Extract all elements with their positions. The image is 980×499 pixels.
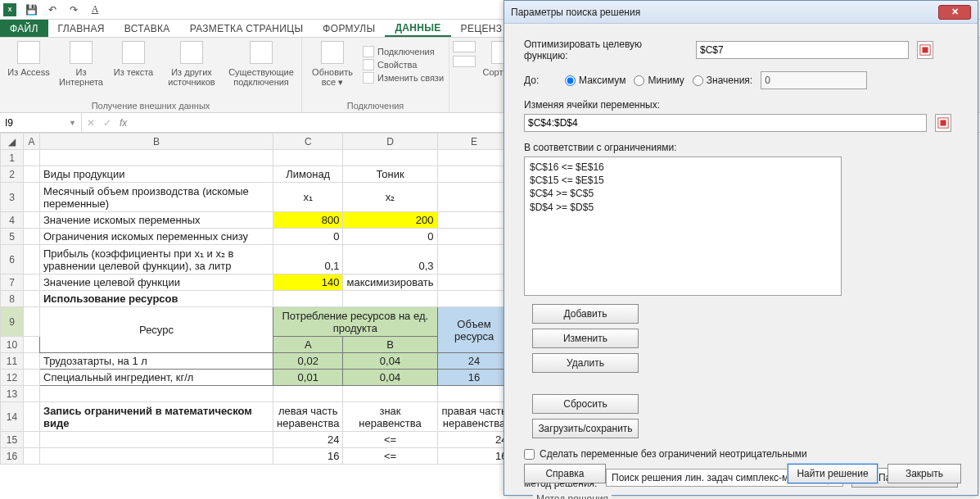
connections-button[interactable]: Подключения [363, 45, 444, 58]
tab-file[interactable]: ФАЙЛ [0, 20, 48, 37]
row-13[interactable]: 13 [1, 386, 24, 402]
cell-B7[interactable]: Значение целевой функции [40, 274, 273, 291]
edit-links-button[interactable]: Изменить связи [363, 71, 444, 84]
cell-B12[interactable]: Специальный ингредиент, кг/л [40, 370, 273, 386]
from-access-button[interactable]: Из Access [5, 41, 52, 87]
name-box-dropdown-icon[interactable]: ▼ [69, 119, 76, 127]
redo-icon[interactable]: ↷ [67, 3, 80, 16]
row-4[interactable]: 4 [1, 212, 24, 229]
row-15[interactable]: 15 [1, 432, 24, 448]
close-button[interactable]: ✕ [938, 5, 971, 20]
cell-C10[interactable]: A [273, 337, 343, 353]
cell-C6[interactable]: 0,1 [273, 245, 343, 274]
font-icon[interactable]: A [88, 3, 102, 16]
existing-conn-button[interactable]: Существующие подключения [226, 41, 296, 87]
cell-E12[interactable]: 16 [437, 370, 511, 386]
cell-C15[interactable]: 24 [273, 432, 343, 448]
cell-D16[interactable]: <= [343, 448, 437, 465]
cell-C11[interactable]: 0,02 [273, 353, 343, 370]
row-16[interactable]: 16 [1, 448, 24, 465]
cell-D2[interactable]: Тоник [343, 166, 437, 183]
nonneg-checkbox[interactable]: Сделать переменные без ограничений неотр… [524, 448, 961, 460]
sort-az-button[interactable] [454, 41, 474, 77]
row-11[interactable]: 11 [1, 353, 24, 370]
vars-input[interactable] [524, 114, 927, 132]
cell-E16[interactable]: 16 [437, 448, 511, 465]
objective-ref-button[interactable] [917, 41, 933, 59]
cell-CD9[interactable]: Потребление ресурсов на ед. продукта [273, 307, 438, 337]
from-other-button[interactable]: Из других источников [162, 41, 221, 87]
col-D[interactable]: D [343, 134, 437, 150]
vars-ref-button[interactable] [935, 114, 951, 132]
col-B[interactable]: B [40, 134, 273, 150]
delete-button[interactable]: Удалить [532, 353, 639, 373]
cell-B11[interactable]: Трудозатарты, на 1 л [40, 353, 273, 370]
row-1[interactable]: 1 [1, 150, 24, 166]
cell-C2[interactable]: Лимонад [273, 166, 343, 183]
reset-button[interactable]: Сбросить [532, 394, 639, 414]
cell-C4[interactable]: 800 [273, 212, 343, 229]
cell-B3[interactable]: Месячный объем производства (искомые пер… [40, 183, 273, 212]
cell-D11[interactable]: 0,04 [343, 353, 437, 370]
close-dialog-button[interactable]: Закрыть [887, 464, 961, 483]
constraint-item[interactable]: $C$4 >= $C$5 [530, 187, 836, 200]
cell-B8[interactable]: Использование ресурсов [40, 291, 273, 307]
row-6[interactable]: 6 [1, 245, 24, 274]
constraint-item[interactable]: $C$16 <= $E$16 [530, 161, 836, 174]
col-A[interactable]: A [24, 134, 40, 150]
tab-layout[interactable]: РАЗМЕТКА СТРАНИЦЫ [180, 20, 314, 37]
cell-D4[interactable]: 200 [343, 212, 437, 229]
change-button[interactable]: Изменить [532, 329, 639, 348]
cancel-icon[interactable]: ✕ [87, 117, 95, 129]
cell-E9[interactable]: Объем ресурса [437, 307, 511, 353]
constraint-item[interactable]: $C$15 <= $E$15 [530, 174, 836, 187]
cell-D14[interactable]: знак неравенства [343, 402, 437, 432]
select-all[interactable]: ◢ [1, 134, 24, 150]
save-icon[interactable]: 💾 [25, 3, 38, 16]
row-14[interactable]: 14 [1, 402, 24, 432]
cell-D3[interactable]: x₂ [343, 183, 437, 212]
fx-icon[interactable]: fx [120, 117, 127, 129]
radio-min[interactable]: Миниму [634, 75, 684, 86]
cell-B2[interactable]: Виды продукции [40, 166, 273, 183]
add-button[interactable]: Добавить [532, 304, 639, 324]
cell-B14[interactable]: Запись ограничений в математическом виде [40, 402, 273, 432]
radio-max[interactable]: Максимум [565, 75, 625, 86]
cell-B6[interactable]: Прибыль (коэффициенты при x₁ и x₂ в урав… [40, 245, 273, 274]
col-C[interactable]: C [273, 134, 343, 150]
solve-button[interactable]: Найти решение [788, 464, 878, 483]
name-box[interactable]: I9▼ [0, 113, 82, 132]
cell-C3[interactable]: x₁ [273, 183, 343, 212]
properties-button[interactable]: Свойства [363, 58, 444, 71]
cell-D6[interactable]: 0,3 [343, 245, 437, 274]
tab-review[interactable]: РЕЦЕНЗ [451, 20, 513, 37]
col-E[interactable]: E [437, 134, 511, 150]
undo-icon[interactable]: ↶ [46, 3, 59, 16]
objective-input[interactable] [696, 41, 909, 59]
cell-C16[interactable]: 16 [273, 448, 343, 465]
row-2[interactable]: 2 [1, 166, 24, 183]
cell-D10[interactable]: B [343, 337, 437, 353]
tab-insert[interactable]: ВСТАВКА [115, 20, 180, 37]
row-7[interactable]: 7 [1, 274, 24, 291]
constraints-list[interactable]: $C$16 <= $E$16 $C$15 <= $E$15 $C$4 >= $C… [524, 157, 842, 296]
row-9[interactable]: 9 [1, 307, 24, 337]
cell-C14[interactable]: левая часть неравенства [273, 402, 343, 432]
row-3[interactable]: 3 [1, 183, 24, 212]
cell-C7[interactable]: 140 [273, 274, 343, 291]
refresh-all-button[interactable]: Обновить все ▾ [307, 41, 358, 88]
cell-E11[interactable]: 24 [437, 353, 511, 370]
tab-home[interactable]: ГЛАВНАЯ [48, 20, 115, 37]
from-text-button[interactable]: Из текста [110, 41, 157, 87]
row-5[interactable]: 5 [1, 229, 24, 245]
dialog-titlebar[interactable]: Параметры поиска решения ✕ [504, 1, 978, 24]
cell-B9[interactable]: Ресурс [40, 307, 273, 353]
cell-D12[interactable]: 0,04 [343, 370, 437, 386]
help-button[interactable]: Справка [524, 464, 606, 483]
constraint-item[interactable]: $D$4 >= $D$5 [530, 201, 836, 214]
cell-C5[interactable]: 0 [273, 229, 343, 245]
cell-E14[interactable]: правая часть неравенства [437, 402, 511, 432]
cell-D15[interactable]: <= [343, 432, 437, 448]
row-12[interactable]: 12 [1, 370, 24, 386]
tab-data[interactable]: ДАННЫЕ [385, 20, 450, 37]
